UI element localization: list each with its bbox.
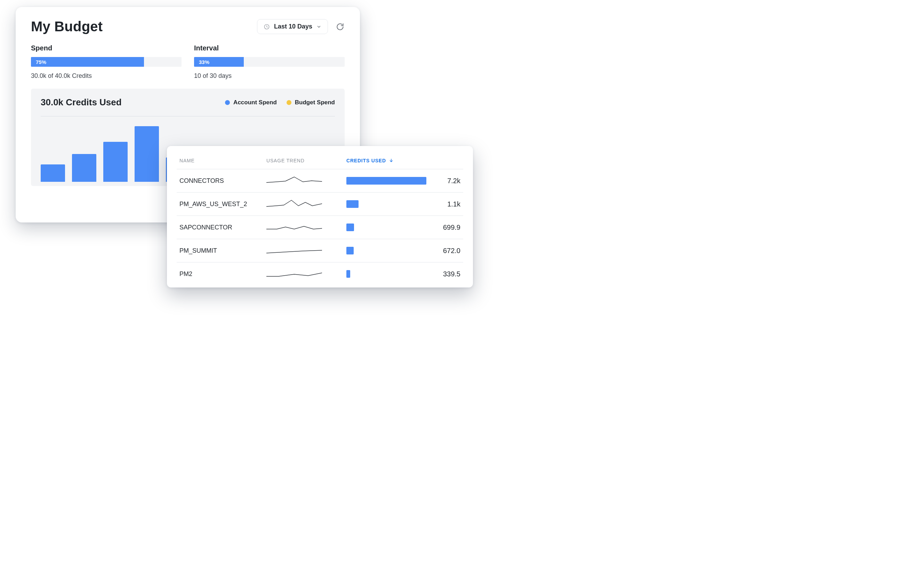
col-usage-trend[interactable]: USAGE TREND [266, 158, 346, 163]
credits-chart-legend: Account Spend Budget Spend [225, 99, 335, 106]
legend-dot-yellow [287, 100, 292, 105]
legend-dot-blue [225, 100, 230, 105]
credits-bar [346, 200, 358, 208]
col-credits-used[interactable]: CREDITS USED [346, 158, 394, 163]
arrow-down-icon [389, 158, 394, 163]
credits-chart-title: 30.0k Credits Used [41, 97, 122, 108]
credits-bar [346, 177, 426, 184]
table-row[interactable]: PM2339.5 [177, 263, 463, 286]
credits-bar [346, 224, 354, 231]
credits-value: 1.1k [434, 200, 460, 208]
page-title: My Budget [31, 19, 103, 35]
credits-bar [346, 247, 354, 254]
chart-bar [135, 126, 159, 182]
table-row[interactable]: PM_AWS_US_WEST_21.1k [177, 193, 463, 216]
row-name: SAPCONNECTOR [180, 224, 266, 231]
date-range-label: Last 10 Days [274, 23, 312, 30]
spend-caption: 30.0k of 40.0k Credits [31, 72, 181, 80]
credits-cell: 699.9 [346, 224, 460, 231]
date-range-button[interactable]: Last 10 Days [257, 19, 328, 34]
spend-progress: 75% [31, 57, 181, 67]
row-name: PM2 [180, 270, 266, 278]
table-row[interactable]: PM_SUMMIT672.0 [177, 239, 463, 263]
chart-bar [41, 165, 65, 182]
credits-value: 699.9 [434, 224, 460, 231]
table-row[interactable]: CONNECTORS7.2k [177, 169, 463, 193]
credits-value: 672.0 [434, 247, 460, 255]
credits-cell: 1.1k [346, 200, 460, 208]
header-controls: Last 10 Days [257, 19, 345, 34]
legend-budget-spend: Budget Spend [287, 99, 335, 106]
usage-trend-spark [266, 268, 346, 280]
interval-progress: 33% [194, 57, 345, 67]
refresh-icon[interactable] [336, 22, 345, 31]
interval-label: Interval [194, 44, 345, 52]
spend-percent: 75% [36, 59, 46, 65]
interval-metric: Interval 33% 10 of 30 days [194, 44, 345, 80]
interval-percent: 33% [199, 59, 209, 65]
interval-caption: 10 of 30 days [194, 72, 345, 80]
legend-account-spend: Account Spend [225, 99, 277, 106]
row-name: PM_AWS_US_WEST_2 [180, 201, 266, 208]
chevron-down-icon [316, 24, 321, 29]
credits-value: 7.2k [434, 177, 460, 185]
col-name[interactable]: NAME [180, 158, 266, 163]
usage-trend-spark [266, 198, 346, 210]
table-header: NAME USAGE TREND CREDITS USED [177, 155, 463, 169]
usage-trend-spark [266, 221, 346, 233]
usage-trend-spark [266, 245, 346, 257]
row-name: PM_SUMMIT [180, 247, 266, 254]
chart-bar [103, 142, 128, 182]
spend-label: Spend [31, 44, 181, 52]
spend-metric: Spend 75% 30.0k of 40.0k Credits [31, 44, 181, 80]
table-row[interactable]: SAPCONNECTOR699.9 [177, 216, 463, 239]
chart-divider [41, 116, 335, 116]
usage-table-card: NAME USAGE TREND CREDITS USED CONNECTORS… [167, 146, 473, 287]
credits-value: 339.5 [434, 270, 460, 278]
usage-trend-spark [266, 175, 346, 187]
credits-bar [346, 270, 350, 278]
credits-cell: 339.5 [346, 270, 460, 278]
credits-cell: 672.0 [346, 247, 460, 255]
row-name: CONNECTORS [180, 177, 266, 184]
chart-bar [72, 154, 96, 182]
credits-cell: 7.2k [346, 177, 460, 185]
clock-icon [264, 24, 270, 30]
